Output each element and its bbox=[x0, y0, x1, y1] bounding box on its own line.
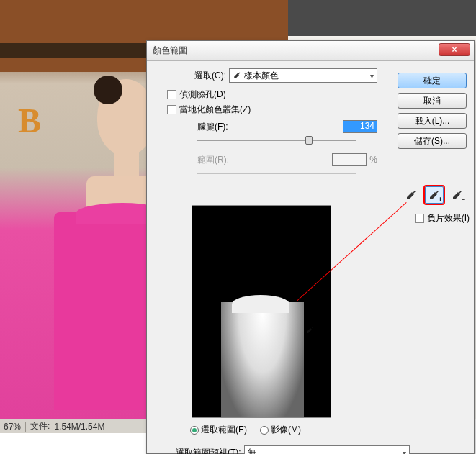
fuzziness-thumb[interactable] bbox=[305, 136, 313, 145]
select-label: 選取(C): bbox=[194, 70, 226, 82]
ok-button[interactable]: 確定 bbox=[398, 73, 467, 88]
preview-select-dropdown[interactable]: 無 ▾ bbox=[244, 445, 410, 454]
detect-faces-label: 偵測臉孔(D) bbox=[179, 88, 226, 101]
eyedropper-icon bbox=[405, 189, 418, 201]
close-button[interactable]: × bbox=[439, 43, 470, 56]
color-range-dialog: 顏色範圍 × 選取(C): 樣本顏色 ▾ 偵測臉孔(D) 當地化顏色叢集(Z) bbox=[146, 40, 475, 454]
eyedropper-sample-button[interactable] bbox=[402, 186, 421, 204]
cursor-plus-icon: + bbox=[313, 334, 317, 341]
localized-checkbox[interactable] bbox=[167, 105, 176, 114]
select-dropdown[interactable]: 樣本顏色 ▾ bbox=[229, 68, 377, 83]
preview-mode-radios: 選取範圍(E) 影像(M) bbox=[190, 424, 301, 436]
invert-checkbox[interactable] bbox=[415, 214, 424, 223]
chevron-down-icon: ▾ bbox=[403, 449, 406, 455]
fuzziness-input[interactable]: 134 bbox=[343, 120, 377, 133]
save-button[interactable]: 儲存(S)... bbox=[398, 133, 467, 149]
range-slider bbox=[197, 168, 356, 179]
fuzziness-slider[interactable] bbox=[197, 135, 356, 146]
detect-faces-checkbox[interactable] bbox=[167, 90, 176, 99]
dialog-titlebar[interactable]: 顏色範圍 × bbox=[147, 41, 474, 61]
select-value: 樣本顏色 bbox=[244, 70, 279, 82]
range-label: 範圍(R): bbox=[197, 154, 241, 166]
load-button[interactable]: 載入(L)... bbox=[398, 113, 467, 129]
eyedropper-add-button[interactable]: + bbox=[425, 186, 444, 204]
preview-select-label: 選取範圍預視(T): bbox=[176, 447, 241, 455]
eyedropper-subtract-button[interactable]: − bbox=[448, 186, 467, 204]
eyedropper-tools: + − bbox=[402, 186, 467, 204]
selection-preview[interactable]: + bbox=[192, 205, 331, 418]
eyedropper-cursor-icon bbox=[304, 325, 314, 335]
eyedropper-icon bbox=[233, 71, 241, 80]
preview-select-value: 無 bbox=[248, 447, 256, 455]
file-label: 文件: bbox=[30, 420, 50, 432]
range-input bbox=[332, 153, 367, 166]
dialog-title: 顏色範圍 bbox=[153, 45, 187, 57]
chevron-down-icon: ▾ bbox=[370, 72, 374, 80]
invert-label: 負片效果(I) bbox=[427, 212, 470, 224]
zoom-value[interactable]: 67% bbox=[4, 422, 21, 432]
localized-label: 當地化顏色叢集(Z) bbox=[179, 104, 251, 116]
file-value: 1.54M/1.54M bbox=[54, 422, 104, 432]
cancel-button[interactable]: 取消 bbox=[398, 93, 467, 109]
background-letter: B bbox=[18, 101, 41, 140]
app-dark-background bbox=[288, 0, 476, 36]
radio-image[interactable] bbox=[260, 426, 269, 435]
percent-label: % bbox=[369, 155, 377, 165]
radio-selection-label: 選取範圍(E) bbox=[201, 424, 247, 436]
radio-image-label: 影像(M) bbox=[271, 424, 301, 436]
fuzziness-label: 朦朧(F): bbox=[197, 121, 241, 133]
radio-selection[interactable] bbox=[190, 426, 199, 435]
